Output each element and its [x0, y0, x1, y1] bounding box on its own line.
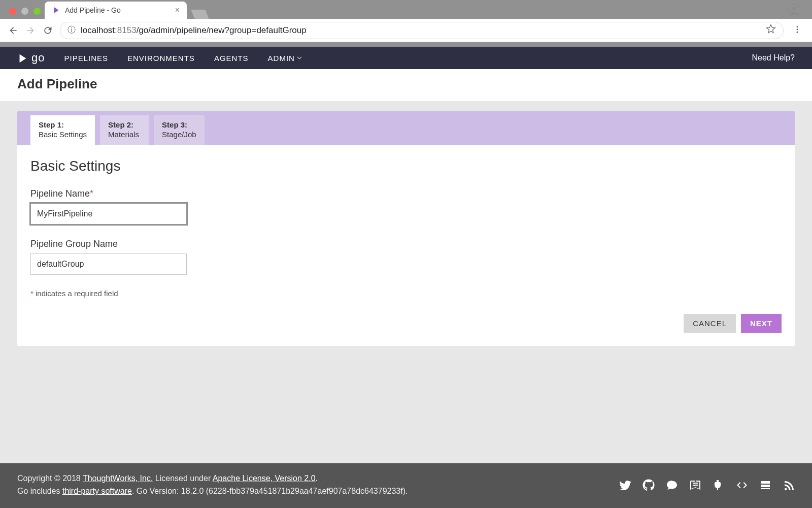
app-logo-text: go: [31, 51, 45, 65]
wizard-heading: Basic Settings: [30, 158, 782, 174]
thoughtworks-link[interactable]: ThoughtWorks, Inc.: [83, 474, 153, 483]
rss-icon[interactable]: [783, 479, 795, 491]
wizard-tab-label: Basic Settings: [39, 130, 87, 139]
pipeline-name-input[interactable]: [30, 203, 187, 225]
browser-tab-title: Add Pipeline - Go: [65, 6, 171, 14]
docs-icon[interactable]: [689, 479, 701, 491]
browser-toolbar: ⓘ localhost:8153/go/admin/pipeline/new?g…: [0, 19, 812, 42]
svg-point-3: [797, 28, 798, 30]
apache-license-link[interactable]: Apache License, Version 2.0: [213, 474, 316, 483]
pipeline-name-label: Pipeline Name*: [30, 188, 782, 199]
wizard-tab-stage-job[interactable]: Step 3: Stage/Job: [154, 115, 205, 145]
page-title: Add Pipeline: [17, 76, 795, 92]
url-text: localhost:8153/go/admin/pipeline/new?gro…: [81, 25, 307, 36]
chat-icon[interactable]: [666, 479, 678, 491]
profile-icon[interactable]: [788, 4, 801, 19]
help-link[interactable]: Need Help?: [752, 53, 795, 62]
back-button[interactable]: [8, 25, 18, 36]
wizard-tab-basic-settings[interactable]: Step 1: Basic Settings: [30, 115, 95, 145]
wizard-tab-step: Step 3:: [162, 120, 196, 129]
browser-tab[interactable]: Add Pipeline - Go ×: [45, 2, 187, 19]
cancel-button[interactable]: CANCEL: [684, 314, 736, 333]
svg-point-1: [792, 7, 796, 10]
wizard-tab-label: Stage/Job: [162, 130, 196, 139]
reload-button[interactable]: [43, 25, 53, 36]
new-tab-button[interactable]: [191, 10, 209, 19]
server-icon[interactable]: [759, 479, 771, 491]
wizard-tab-label: Materials: [108, 130, 139, 139]
footer: Copyright © 2018 ThoughtWorks, Inc. Lice…: [0, 463, 812, 508]
required-star: *: [90, 188, 93, 199]
nav-admin-label: ADMIN: [268, 54, 295, 62]
tab-close-icon[interactable]: ×: [175, 6, 180, 15]
svg-point-4: [797, 31, 798, 33]
chevron-down-icon: [297, 55, 302, 60]
wizard-tab-step: Step 1:: [39, 120, 87, 129]
app-logo[interactable]: go: [17, 51, 45, 65]
next-button[interactable]: NEXT: [741, 314, 782, 333]
nav-environments[interactable]: ENVIRONMENTS: [127, 54, 195, 62]
footer-line-1: Copyright © 2018 ThoughtWorks, Inc. Lice…: [17, 472, 408, 485]
nav-admin[interactable]: ADMIN: [268, 54, 302, 62]
pipeline-group-name-input[interactable]: [30, 253, 187, 275]
forward-button[interactable]: [25, 25, 36, 36]
twitter-icon[interactable]: [619, 479, 631, 491]
favicon-icon: [52, 6, 61, 15]
site-info-icon[interactable]: ⓘ: [67, 25, 76, 36]
wizard-tab-materials[interactable]: Step 2: Materials: [100, 115, 149, 145]
github-icon[interactable]: [642, 479, 655, 491]
pipeline-group-name-label: Pipeline Group Name: [30, 239, 782, 249]
footer-line-2: Go includes third-party software. Go Ver…: [17, 485, 408, 498]
nav-agents[interactable]: AGENTS: [214, 54, 249, 62]
api-icon[interactable]: [736, 479, 748, 491]
app-nav: go PIPELINES ENVIRONMENTS AGENTS ADMIN N…: [0, 47, 812, 69]
wizard-tabs: Step 1: Basic Settings Step 2: Materials…: [17, 111, 795, 145]
address-bar[interactable]: ⓘ localhost:8153/go/admin/pipeline/new?g…: [60, 22, 784, 39]
third-party-link[interactable]: third-party software: [62, 487, 132, 495]
browser-menu-icon[interactable]: [791, 25, 804, 36]
required-note: * indicates a required field: [30, 289, 782, 298]
nav-pipelines[interactable]: PIPELINES: [64, 54, 108, 62]
svg-point-2: [797, 26, 798, 27]
plugin-icon[interactable]: [713, 479, 725, 491]
bookmark-icon[interactable]: [766, 24, 776, 37]
wizard-tab-step: Step 2:: [108, 120, 141, 129]
